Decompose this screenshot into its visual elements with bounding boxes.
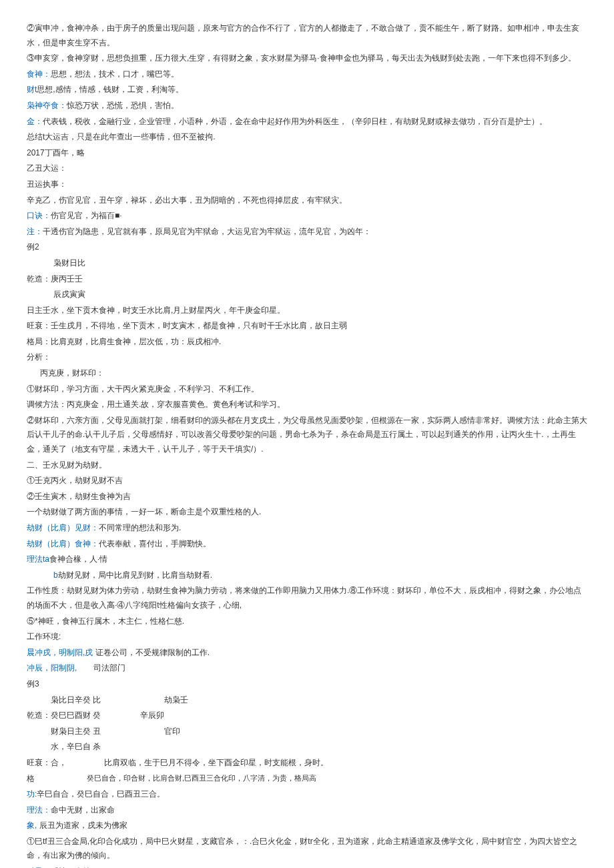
para-28: ②壬生寅木，劫财生食神为吉: [27, 490, 587, 504]
label-zhu: 注：: [27, 227, 43, 236]
para-20: 格局：比肩克财，比肩生食神，层次低，功：辰戌相冲.: [27, 335, 587, 350]
label-cai: 财t: [27, 85, 37, 94]
text-xiaoshen: 惊恐万状，恐慌，恐惧，害怕。: [67, 101, 179, 110]
para-15: 枭财日比: [27, 256, 587, 271]
row-2: 乾造：癸巳巳酉财 癸辛辰卯: [27, 709, 587, 723]
para-12: 口诀：伤官见官，为福百■·: [27, 209, 587, 224]
label-lifa-b: b: [53, 570, 58, 580]
row-7: 功:辛巳自合，癸巳自合，巳酉丑三合。: [27, 787, 587, 802]
row5-c2: 比肩双临，生于巳月不得令，坐下酉金印星，时支能根，身时。: [104, 756, 328, 771]
label-jiecai-jiancai: 劫财（比肩）见财：: [27, 523, 99, 532]
para-1: ②寅申冲，食神冲杀，由于房子的质量出现问题，原来与官方的合作不行了，官方的人都撤…: [27, 21, 587, 50]
para-14: 例2: [27, 240, 587, 255]
para-30: 劫财（比肩）见财：不同常理的想法和形为.: [27, 521, 587, 536]
para-24: 调候方法：丙克庚金，用土通关.故，穿衣服喜黄色。黄色利考试和学习。: [27, 398, 587, 412]
row1-c2: 劫枭壬: [164, 693, 188, 708]
row5-c1: 合，: [51, 756, 104, 771]
para-43: 财星：感情，牵挂。: [27, 865, 587, 868]
para-18: 日主壬水，坐下贡木食神，时支壬水比肩,月上财星丙火，年干庚金印星。: [27, 304, 587, 318]
text-zhu: 干透伤官为隐患，见官就有事，原局见官为牢狱命，大运见官为牢狱运，流年见官，为凶年…: [43, 227, 371, 236]
para-16: 乾造：庚丙壬壬: [27, 272, 587, 287]
para-42: ①巳tf丑三合金局,化印合化成功，局中巳火财星，支藏官杀，：.合巳火化金，财tr…: [27, 835, 587, 863]
text-cai: 思想,感情，情感，钱财，工资，利淘等。: [37, 85, 183, 94]
para-8: 2017丁酉年，略: [27, 146, 587, 161]
text-lifa-a: 食神合椽，人·情: [49, 554, 107, 564]
text-koujue: 伤官见官，为福百■·: [51, 211, 122, 220]
para-17: 辰戌寅寅: [27, 288, 587, 302]
para-34: 工作性质：劫财见财为体力劳动，劫财生食神为脑力劳动，将来做的工作即用脑力又用体力…: [27, 584, 587, 612]
text-jiecai-shishen: 代表奉献，喜付出，手脚勤快。: [99, 539, 211, 548]
row5-label: 旺衰：: [27, 756, 51, 771]
row7-label: 功:: [27, 789, 37, 799]
row2-c2: 辛辰卯: [140, 709, 164, 723]
row-1: 枭比日辛癸 比劫枭壬: [27, 693, 587, 708]
para-23: ①财坏印，学习方面，大干丙火紧克庚金，不利学习、不利工作。: [27, 382, 587, 397]
para-9: 乙丑大运：: [27, 161, 587, 176]
para-4: 财t思想,感情，情感，钱财，工资，利淘等。: [27, 83, 587, 97]
para-33: b劫财见财，局中比肩见到财，比肩当劫财看.: [27, 568, 587, 583]
row-6: 格癸巳自合，印合财，比肩合财,巳酉丑三合化印，八字清，为贵，格局高: [27, 772, 587, 787]
para-35: ⑤*神旺，食神五行属木，木主仁，性格仁慈.: [27, 614, 587, 629]
para-39: 例3: [27, 677, 587, 692]
para-7: 总结t大运吉，只是在此年查出一些事情，但不至被拘.: [27, 130, 587, 145]
para-29: 一个劫财做了两方面的事情，一好一坏，断命主是个双重性格的人.: [27, 505, 587, 520]
row3-c2: 官印: [164, 725, 180, 739]
label-lifa2: 理法：: [27, 805, 51, 815]
para-31: 劫财（比肩）食神：代表奉献，喜付出，手脚勤快。: [27, 537, 587, 552]
para-41: 象, 辰丑为道家，戌未为佛家: [27, 819, 587, 833]
row-4: 水，辛巳自 杀: [27, 740, 587, 755]
para-5: 枭神夺食：惊恐万状，恐慌，恐惧，害怕。: [27, 99, 587, 113]
text-jiecai-jiancai: 不同常理的想法和形为.: [99, 523, 181, 532]
row1-c1: 枭比日辛癸 比: [27, 693, 164, 708]
para-19: 旺衰：壬生戌月，不得地，坐下贡木，时支寅木，都是食神，只有时干壬水比肩，故日主弱: [27, 319, 587, 334]
para-38: 冲辰，阳制阴,司法部门: [27, 661, 587, 676]
label-koujue: 口诀：: [27, 211, 51, 220]
label-chenchongxu: 晨冲戌，明制阳,戌: [27, 648, 93, 657]
label-xiaoshen: 枭神夺食：: [27, 101, 67, 110]
row-5: 旺衰：合，比肩双临，生于巳月不得令，坐下酉金印星，时支能根，身时。: [27, 756, 587, 771]
row2-c1: 癸巳巳酉财 癸: [51, 709, 140, 723]
row2-label: 乾造：: [27, 709, 51, 723]
row3-c1: 财枭日主癸 丑: [27, 725, 164, 739]
row7-text: 辛巳自合，癸巳自合，巳酉丑三合。: [37, 789, 165, 799]
para-2: ③申亥穿，食神穿财，思想负担重，压力很大,生穿，有得财之象，亥水财星为驿马·食神…: [27, 51, 587, 66]
text-chenchongxu: 证卷公司，不受规律限制的工作.: [93, 648, 210, 657]
row-3: 财枭日主癸 丑官印: [27, 725, 587, 739]
text-xiang: 辰丑为道家，戌未为佛家: [37, 821, 127, 830]
text-shishen: 思想，想法，技术，口才，嘴巴等。: [51, 69, 179, 79]
text-jin: 代表钱，税收，金融行业，企业管理，小语种，外语，金在命中起好作用为外科医生，（辛…: [43, 117, 547, 126]
label-jiecai-shishen: 劫财（比肩）食神：: [27, 539, 99, 548]
para-21: 分析：: [27, 350, 587, 365]
para-32: 理法ta食神合椽，人·情: [27, 552, 587, 567]
label-lifa-a: 理法ta: [27, 554, 49, 564]
para-40: 理法：命中无财，出家命: [27, 803, 587, 818]
para-36: 工作环境:: [27, 630, 587, 644]
para-22: 丙克庚，财坏印：: [27, 366, 587, 381]
text-chongchen: 司法部门: [93, 661, 125, 676]
para-3: 食神：思想，想法，技术，口才，嘴巴等。: [27, 67, 587, 82]
label-jin: 金：: [27, 117, 43, 126]
row6-label: 格: [27, 772, 87, 787]
para-26: 二、壬水见财为劫财。: [27, 458, 587, 473]
row6-text: 癸巳自合，印合财，比肩合财,巳酉丑三合化印，八字清，为贵，格局高: [87, 772, 316, 787]
label-shishen: 食神：: [27, 69, 51, 79]
para-10: 丑运执事：: [27, 177, 587, 192]
para-6: 金：代表钱，税收，金融行业，企业管理，小语种，外语，金在命中起好作用为外科医生，…: [27, 115, 587, 129]
para-11: 辛克乙，伤官见官，丑午穿，禄坏，必出大事，丑为阴暗的，不死也得掉层皮，有牢狱灾。: [27, 193, 587, 208]
para-13: 注：干透伤官为隐患，见官就有事，原局见官为牢狱命，大运见官为牢狱运，流年见官，为…: [27, 225, 587, 240]
para-27: ①壬克丙火，劫财见财不吉: [27, 474, 587, 488]
label-chongchen: 冲辰，阳制阴,: [27, 661, 93, 676]
label-xiang: 象,: [27, 821, 37, 830]
text-lifa-b: 劫财见财，局中比肩见到财，比肩当劫财看.: [58, 570, 212, 580]
text-lifa2: 命中无财，出家命: [51, 805, 115, 815]
para-25: ②财坏印，六亲方面，父母见面就打架，细看财印的源头都在月支戌土，为父母虽然见面爱…: [27, 414, 587, 457]
para-37: 晨冲戌，明制阳,戌 证卷公司，不受规律限制的工作.: [27, 646, 587, 661]
